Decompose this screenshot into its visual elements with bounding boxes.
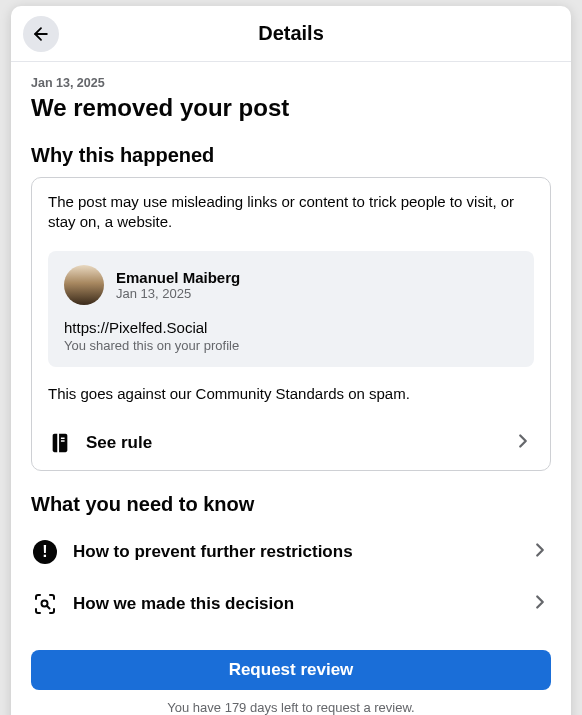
svg-line-2 (47, 606, 50, 609)
back-button[interactable] (23, 16, 59, 52)
see-rule-row[interactable]: See rule (48, 422, 534, 460)
see-rule-label: See rule (86, 433, 512, 453)
prevent-restrictions-label: How to prevent further restrictions (73, 542, 529, 562)
chevron-right-icon (512, 430, 534, 456)
arrow-left-icon (31, 24, 51, 44)
avatar (64, 265, 104, 305)
modal-content: Jan 13, 2025 We removed your post Why th… (11, 62, 571, 642)
chevron-right-icon (529, 591, 551, 617)
alert-icon: ! (31, 538, 59, 566)
request-review-button[interactable]: Request review (31, 650, 551, 690)
why-card: The post may use misleading links or con… (31, 177, 551, 471)
how-decision-row[interactable]: How we made this decision (31, 578, 551, 630)
date-label: Jan 13, 2025 (31, 76, 551, 90)
rule-book-icon (48, 431, 72, 455)
know-list: ! How to prevent further restrictions (31, 526, 551, 630)
details-modal: Details Jan 13, 2025 We removed your pos… (11, 6, 571, 715)
removed-post-preview: Emanuel Maiberg Jan 13, 2025 https://Pix… (48, 251, 534, 367)
know-heading: What you need to know (31, 493, 551, 516)
page-title: We removed your post (31, 94, 551, 122)
prevent-restrictions-row[interactable]: ! How to prevent further restrictions (31, 526, 551, 578)
modal-header: Details (11, 6, 571, 62)
post-share-note: You shared this on your profile (64, 338, 518, 353)
post-header: Emanuel Maiberg Jan 13, 2025 (64, 265, 518, 305)
why-explanation: The post may use misleading links or con… (48, 192, 534, 233)
modal-footer: Request review You have 179 days left to… (11, 642, 571, 716)
chevron-right-icon (529, 539, 551, 565)
post-date: Jan 13, 2025 (116, 286, 240, 301)
scan-search-icon (31, 590, 59, 618)
post-author-name: Emanuel Maiberg (116, 269, 240, 286)
post-url: https://Pixelfed.Social (64, 319, 518, 336)
community-standards-text: This goes against our Community Standard… (48, 385, 534, 402)
how-decision-label: How we made this decision (73, 594, 529, 614)
post-author-block: Emanuel Maiberg Jan 13, 2025 (116, 269, 240, 301)
review-days-note: You have 179 days left to request a revi… (31, 700, 551, 715)
header-title: Details (258, 22, 324, 45)
why-heading: Why this happened (31, 144, 551, 167)
